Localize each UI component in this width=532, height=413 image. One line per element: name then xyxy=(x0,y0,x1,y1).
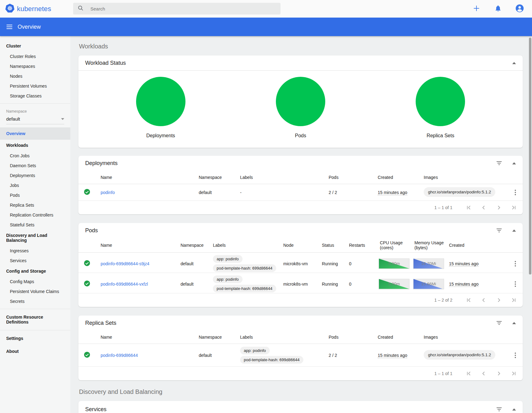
next-page-button[interactable] xyxy=(491,367,506,380)
cell-status: Running xyxy=(317,261,344,266)
account-button[interactable] xyxy=(513,3,526,15)
sidebar-item-persistent-volumes[interactable]: Persistent Volumes xyxy=(0,81,70,91)
pagination-range: 1 – 1 of 1 xyxy=(434,205,452,210)
table-header-row: Name Namespace Labels Pods Created Image… xyxy=(78,330,523,344)
pod-link[interactable]: podinfo-699d86644-s9jz4 xyxy=(101,261,149,266)
collapse-card-button[interactable] xyxy=(512,162,516,164)
next-page-button[interactable] xyxy=(491,201,506,214)
table-row: podinfo-699d86644-vxfzl default app: pod… xyxy=(78,273,523,293)
chart-label: Deployments xyxy=(146,133,175,138)
collapse-card-button[interactable] xyxy=(512,229,516,232)
kubernetes-logo[interactable]: ☸ kubernetes xyxy=(0,3,70,14)
sidebar-item-config-maps[interactable]: Config Maps xyxy=(0,277,70,287)
row-actions-menu[interactable] xyxy=(513,188,518,197)
pods-pie xyxy=(276,77,325,126)
sidebar-item-cluster-roles[interactable]: Cluster Roles xyxy=(0,52,70,61)
column-header-node: Node xyxy=(278,243,317,248)
namespace-select[interactable]: default xyxy=(6,114,64,124)
namespace-label: Namespace xyxy=(0,106,70,114)
replica-sets-status-chart: Replica Sets xyxy=(416,77,465,138)
cell-created: 15 minutes ago xyxy=(378,353,407,358)
filter-icon[interactable] xyxy=(495,320,503,326)
card-title: Pods xyxy=(85,227,495,234)
sidebar-item-ingresses[interactable]: Ingresses xyxy=(0,246,70,256)
filter-icon[interactable] xyxy=(495,227,503,233)
sidebar-section-config-storage[interactable]: Config and Storage xyxy=(0,266,70,277)
sidebar-item-persistent-volume-claims[interactable]: Persistent Volume Claims xyxy=(0,287,70,296)
sidebar-item-overview[interactable]: Overview xyxy=(0,127,70,140)
cell-created: 15 minutes ago xyxy=(449,261,479,266)
sidebar-item-daemon-sets[interactable]: Daemon Sets xyxy=(0,161,70,171)
filter-icon[interactable] xyxy=(495,160,503,166)
cpu-value: 5.00m xyxy=(379,259,409,269)
label-chip: app: podinfo xyxy=(213,255,243,263)
namespace-value: default xyxy=(6,116,20,122)
sidebar-item-deployments[interactable]: Deployments xyxy=(0,171,70,180)
row-actions-menu[interactable] xyxy=(513,259,518,268)
sidebar-item-jobs[interactable]: Jobs xyxy=(0,180,70,190)
sidebar-item-nodes[interactable]: Nodes xyxy=(0,71,70,81)
replica-set-link[interactable]: podinfo-699d86644 xyxy=(101,353,138,358)
next-page-button[interactable] xyxy=(491,294,506,306)
cell-namespace: default xyxy=(176,282,208,287)
first-page-button[interactable] xyxy=(462,367,476,380)
last-page-button[interactable] xyxy=(506,201,521,214)
collapse-card-button[interactable] xyxy=(512,322,516,324)
filter-icon[interactable] xyxy=(495,406,503,412)
vertical-scrollbar[interactable] xyxy=(529,38,531,275)
last-page-button[interactable] xyxy=(506,367,521,380)
pods-status-chart: Pods xyxy=(276,77,325,138)
app-bar: Overview xyxy=(0,18,532,36)
collapse-card-button[interactable] xyxy=(512,62,516,64)
menu-hamburger-button[interactable] xyxy=(2,19,17,34)
page-title: Overview xyxy=(18,24,41,30)
sidebar-item-stateful-sets[interactable]: Stateful Sets xyxy=(0,220,70,230)
column-header-memory: Memory Usage (bytes) xyxy=(409,240,444,250)
row-actions-menu[interactable] xyxy=(513,279,518,289)
deployment-link[interactable]: podinfo xyxy=(101,190,115,195)
column-header-name: Name xyxy=(96,243,176,248)
cell-pods: 2 / 2 xyxy=(324,190,373,195)
sidebar-item-namespaces[interactable]: Namespaces xyxy=(0,61,70,71)
card-title: Workload Status xyxy=(85,60,512,66)
bell-icon xyxy=(494,5,502,13)
chart-label: Replica Sets xyxy=(426,133,454,138)
sidebar-section-workloads[interactable]: Workloads xyxy=(0,140,70,151)
sidebar-item-cron-jobs[interactable]: Cron Jobs xyxy=(0,151,70,161)
previous-page-button[interactable] xyxy=(476,367,491,380)
sidebar-section-cluster[interactable]: Cluster xyxy=(0,40,70,52)
previous-page-button[interactable] xyxy=(476,201,491,214)
brand-text: kubernetes xyxy=(17,5,51,13)
memory-usage-sparkline: 16.70Mi xyxy=(413,258,444,269)
cpu-value: 5.00m xyxy=(379,279,409,289)
sidebar-nav: Cluster Cluster Roles Namespaces Nodes P… xyxy=(0,36,70,413)
first-page-button[interactable] xyxy=(462,201,476,214)
sidebar-item-secrets[interactable]: Secrets xyxy=(0,296,70,306)
notifications-button[interactable] xyxy=(492,3,504,15)
last-page-button[interactable] xyxy=(506,294,521,306)
create-resource-button[interactable] xyxy=(470,3,483,15)
sidebar-item-storage-classes[interactable]: Storage Classes xyxy=(0,91,70,101)
check-circle-icon xyxy=(84,188,90,196)
column-header-pods: Pods xyxy=(324,175,373,180)
sidebar-item-pods[interactable]: Pods xyxy=(0,190,70,200)
sidebar-item-replica-sets[interactable]: Replica Sets xyxy=(0,200,70,210)
search-input[interactable] xyxy=(90,6,276,11)
collapse-card-button[interactable] xyxy=(512,408,516,411)
sidebar-item-settings[interactable]: Settings xyxy=(0,333,70,344)
row-actions-menu[interactable] xyxy=(513,351,518,360)
sidebar-item-services[interactable]: Services xyxy=(0,256,70,266)
pagination: 1 – 1 of 1 xyxy=(78,201,523,214)
sidebar-section-discovery[interactable]: Discovery and Load Balancing xyxy=(0,230,70,246)
first-page-button[interactable] xyxy=(462,294,476,306)
cpu-usage-sparkline: 5.00m xyxy=(379,279,409,289)
check-circle-icon xyxy=(84,351,90,359)
previous-page-button[interactable] xyxy=(476,294,491,306)
sidebar-item-about[interactable]: About xyxy=(0,346,70,357)
search-bar[interactable] xyxy=(73,3,281,14)
pod-link[interactable]: podinfo-699d86644-vxfzl xyxy=(101,282,148,287)
sidebar-item-replication-controllers[interactable]: Replication Controllers xyxy=(0,210,70,220)
discovery-heading: Discovery and Load Balancing xyxy=(79,388,523,395)
check-circle-icon xyxy=(84,260,90,267)
sidebar-item-custom-resource-definitions[interactable]: Custom Resource Definitions xyxy=(0,312,70,328)
